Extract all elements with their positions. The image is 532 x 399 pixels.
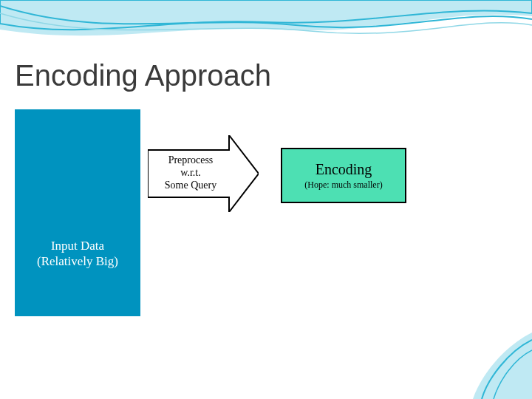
- slide-title: Encoding Approach: [15, 59, 271, 92]
- input-data-box: Input Data (Relatively Big): [15, 109, 140, 316]
- input-data-line1: Input Data: [51, 239, 104, 253]
- input-data-line2: (Relatively Big): [37, 254, 118, 268]
- arrow-line2: w.r.t.: [180, 167, 200, 178]
- corner-decoration: [451, 332, 532, 399]
- encoding-title: Encoding: [316, 161, 372, 178]
- encoding-box: Encoding (Hope: much smaller): [281, 148, 406, 203]
- top-wave-decoration: [0, 0, 532, 52]
- slide: Encoding Approach Input Data (Relatively…: [0, 0, 532, 399]
- input-data-label: Input Data (Relatively Big): [37, 238, 118, 270]
- encoding-subtitle: (Hope: much smaller): [304, 180, 382, 191]
- arrow-label: Preprocess w.r.t. Some Query: [154, 154, 228, 191]
- preprocess-arrow: Preprocess w.r.t. Some Query: [148, 135, 259, 212]
- arrow-line1: Preprocess: [168, 154, 214, 166]
- arrow-line3: Some Query: [165, 180, 216, 191]
